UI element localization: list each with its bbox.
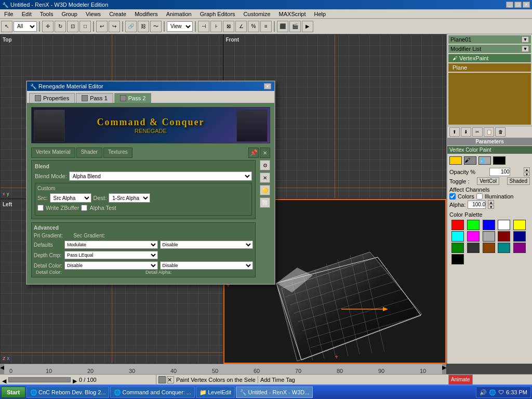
tab-pass2[interactable]: Pass 2 [114, 93, 152, 103]
alpha-input[interactable] [468, 201, 486, 209]
mirror[interactable]: ⊣ [198, 21, 209, 32]
status-left-arrow[interactable]: ◀ [2, 378, 6, 382]
vert-col-btn[interactable]: VertCol [477, 177, 499, 185]
depth-cmp-select[interactable]: Pass LEqual [64, 251, 157, 259]
defaults-select[interactable]: Modulate [64, 241, 157, 249]
undo[interactable]: ↩ [96, 21, 108, 32]
redo[interactable]: ↪ [109, 21, 120, 32]
dialog-icon-4[interactable]: ⬜ [260, 197, 270, 208]
palette-gray[interactable] [483, 231, 495, 242]
illumination-checkbox[interactable] [476, 193, 483, 200]
percent-snap[interactable]: % [248, 21, 259, 32]
animate-btn[interactable]: Animate [448, 375, 473, 385]
minimize-btn[interactable]: _ [506, 2, 513, 8]
sub-tab-vertex[interactable]: Vertex Material [31, 148, 75, 158]
taskbar-ie1[interactable]: 🌐 CnC Reborn Dev. Blog 2... [26, 387, 109, 398]
palette-dark-gray[interactable] [467, 243, 480, 253]
mod-icon-3[interactable]: ✂ [472, 127, 483, 137]
dialog-icon-2[interactable]: ✕ [260, 172, 270, 183]
alpha-test-checkbox[interactable] [81, 205, 87, 211]
palette-cyan[interactable] [451, 231, 464, 242]
timeline-right-arrow[interactable]: ▶ [442, 364, 446, 374]
palette-dark-red[interactable] [498, 231, 510, 242]
alpha-down[interactable]: ▼ [488, 205, 494, 209]
tab-pass1[interactable]: Pass 1 [76, 93, 113, 103]
menu-edit[interactable]: Edit [18, 9, 36, 18]
palette-magenta[interactable] [467, 231, 480, 242]
dialog-icon-3[interactable]: 🟡 [260, 185, 270, 195]
angle-snap[interactable]: ∠ [235, 21, 247, 32]
start-button[interactable]: Start [1, 387, 25, 398]
menu-graph-editors[interactable]: Graph Editors [196, 9, 240, 18]
taskbar-renx[interactable]: 🔧 Untitled - RenX - W3D... [236, 387, 313, 398]
snap-toggle[interactable]: ⊠ [223, 21, 234, 32]
bind-space-warp[interactable]: 〜 [150, 21, 162, 32]
eyedropper-btn[interactable]: 💧 [478, 156, 491, 165]
tab-properties[interactable]: Properties [29, 93, 75, 103]
select-region[interactable]: □ [79, 21, 91, 32]
sub-tab-shader[interactable]: Shader [76, 148, 102, 158]
hint-icon-2[interactable]: ✕ [167, 376, 174, 383]
menu-modifiers[interactable]: Modifiers [130, 9, 162, 18]
object-options-btn[interactable]: ▼ [522, 36, 529, 43]
palette-purple[interactable] [513, 243, 526, 253]
menu-tools[interactable]: Tools [36, 9, 58, 18]
scale-tool[interactable]: ⊡ [67, 21, 78, 32]
material-editor[interactable]: ⬛ [277, 21, 288, 32]
align[interactable]: ⊦ [210, 21, 222, 32]
palette-green[interactable] [467, 220, 480, 230]
palette-blue[interactable] [483, 220, 495, 230]
background-color-swatch[interactable] [493, 156, 506, 165]
view-select[interactable]: View [167, 21, 193, 32]
palette-brown[interactable] [483, 243, 495, 253]
menu-views[interactable]: Views [82, 9, 105, 18]
rotate-tool[interactable]: ↻ [55, 21, 66, 32]
render-scene[interactable]: 🎬 [289, 21, 301, 32]
palette-red[interactable] [451, 220, 464, 230]
mod-icon-1[interactable]: ⬆ [449, 127, 460, 137]
select-tool[interactable]: ↖ [1, 21, 12, 32]
menu-animation[interactable]: Animation [162, 9, 196, 18]
menu-file[interactable]: File [0, 9, 18, 18]
detail-alpha-select[interactable]: Disable [160, 261, 253, 270]
mod-icon-4[interactable]: 📋 [484, 127, 494, 137]
timeline-track[interactable]: 0 10 20 30 40 50 60 70 80 90 10 [4, 364, 442, 374]
palette-white[interactable] [498, 220, 510, 230]
selection-filter[interactable]: All [14, 21, 37, 32]
foreground-color-swatch[interactable] [449, 156, 462, 165]
quick-render[interactable]: ▶ [302, 21, 313, 32]
sec-defaults-select[interactable]: Disable [160, 241, 253, 249]
menu-help[interactable]: Help [310, 9, 330, 18]
unlink[interactable]: ⛓ [138, 21, 149, 32]
palette-black[interactable] [451, 254, 464, 264]
detail-color-select[interactable]: Disable [64, 261, 157, 270]
sub-tab-textures[interactable]: Textures [103, 148, 132, 158]
menu-group[interactable]: Group [57, 9, 82, 18]
alpha-up[interactable]: ▲ [488, 200, 494, 204]
mod-icon-2[interactable]: ⬇ [461, 127, 471, 137]
dest-select[interactable]: 1-Src Alpha [109, 193, 150, 203]
palette-dark-green[interactable] [451, 243, 464, 253]
opacity-up[interactable]: ▲ [524, 167, 530, 171]
brush-icon-btn[interactable]: 🖌 [464, 156, 476, 165]
shaded-btn[interactable]: Shaded [507, 177, 530, 185]
src-select[interactable]: Src Alpha [50, 193, 91, 203]
modifier-item[interactable]: 🖌 VertexPaint [448, 54, 531, 62]
maximize-btn[interactable]: □ [514, 2, 522, 8]
modifier-list-dropdown[interactable]: ▼ [522, 46, 529, 52]
palette-yellow[interactable] [513, 220, 526, 230]
dialog-close-btn[interactable]: × [264, 83, 271, 89]
spinner-snap[interactable]: ≡ [260, 21, 272, 32]
dialog-icon-1[interactable]: ⚙ [260, 160, 270, 170]
menu-maxscript[interactable]: MAXScript [275, 9, 310, 18]
opacity-down[interactable]: ▼ [524, 172, 530, 176]
dialog-pin-btn[interactable]: 📌 [248, 148, 259, 158]
opacity-input[interactable] [489, 168, 510, 176]
blend-mode-select[interactable]: Alpha Blend [69, 171, 252, 181]
link[interactable]: 🔗 [125, 21, 137, 32]
plane-item[interactable]: Plane [448, 63, 531, 72]
palette-teal[interactable] [498, 243, 510, 253]
timeline-left-arrow[interactable]: ◀ [0, 364, 4, 374]
move-tool[interactable]: ✛ [42, 21, 54, 32]
write-zbuffer-checkbox[interactable] [37, 205, 44, 211]
